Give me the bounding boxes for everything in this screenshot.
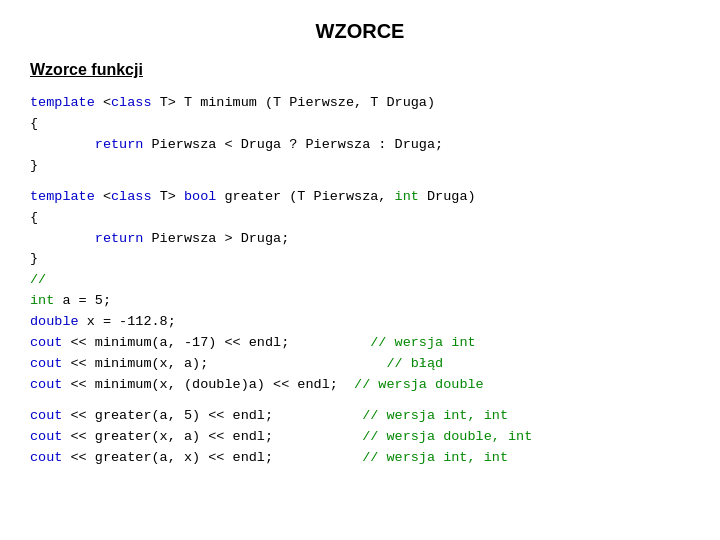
code-line-7: return Pierwsza > Druga; [30, 229, 690, 250]
code-line-2: { [30, 114, 690, 135]
code-line-10: int a = 5; [30, 291, 690, 312]
code-line-9: // [30, 270, 690, 291]
code-line-5: template <class T> bool greater (T Pierw… [30, 187, 690, 208]
code-line-14: cout << minimum(x, (double)a) << endl; /… [30, 375, 690, 396]
section-title: Wzorce funkcji [30, 61, 690, 79]
code-line-8: } [30, 249, 690, 270]
code-line-17: cout << greater(a, x) << endl; // wersja… [30, 448, 690, 469]
code-block: template <class T> T minimum (T Pierwsze… [30, 93, 690, 469]
code-line-15: cout << greater(a, 5) << endl; // wersja… [30, 406, 690, 427]
code-line-1: template <class T> T minimum (T Pierwsze… [30, 93, 690, 114]
page-title: WZORCE [30, 20, 690, 43]
code-line-12: cout << minimum(a, -17) << endl; // wers… [30, 333, 690, 354]
code-line-4: } [30, 156, 690, 177]
code-line-13: cout << minimum(x, a); // błąd [30, 354, 690, 375]
code-line-3: return Pierwsza < Druga ? Pierwsza : Dru… [30, 135, 690, 156]
code-line-16: cout << greater(x, a) << endl; // wersja… [30, 427, 690, 448]
code-line-6: { [30, 208, 690, 229]
code-line-11: double x = -112.8; [30, 312, 690, 333]
